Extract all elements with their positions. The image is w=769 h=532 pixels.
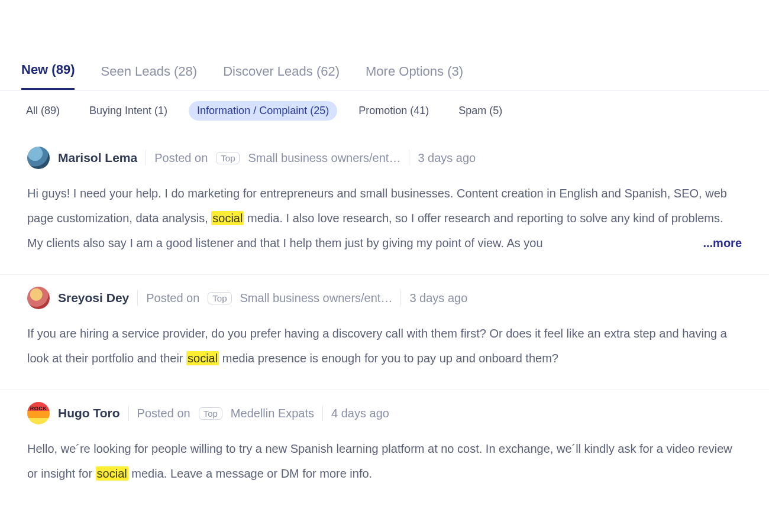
highlight-term: social xyxy=(186,351,219,365)
relative-time: 4 days ago xyxy=(331,407,389,420)
group-name[interactable]: Medellin Expats xyxy=(231,407,314,420)
top-badge: Top xyxy=(208,292,231,304)
filter-all[interactable]: All (89) xyxy=(18,101,68,121)
lead-post: ROCK Hugo Toro Posted on Top Medellin Ex… xyxy=(0,390,769,505)
posted-on-label: Posted on xyxy=(154,151,208,165)
body-text: media. Leave a message or DM for more in… xyxy=(128,467,372,480)
divider xyxy=(400,290,401,306)
divider xyxy=(128,406,129,421)
tab-discover-leads[interactable]: Discover Leads (62) xyxy=(223,64,340,90)
avatar[interactable] xyxy=(27,147,50,169)
divider xyxy=(409,150,409,166)
author-name[interactable]: Sreyosi Dey xyxy=(58,291,129,305)
relative-time: 3 days ago xyxy=(409,291,467,305)
body-text: media presence is enough for you to pay … xyxy=(219,352,558,365)
post-header: ROCK Hugo Toro Posted on Top Medellin Ex… xyxy=(27,402,742,424)
filter-pills: All (89) Buying Intent (1) Information /… xyxy=(0,90,769,135)
avatar[interactable]: ROCK xyxy=(27,402,50,424)
relative-time: 3 days ago xyxy=(418,151,476,165)
divider xyxy=(137,290,138,306)
divider xyxy=(322,406,323,421)
post-body: Hello, we´re looking for people willing … xyxy=(27,436,742,486)
post-header: Sreyosi Dey Posted on Top Small business… xyxy=(27,287,742,309)
tab-seen-leads[interactable]: Seen Leads (28) xyxy=(101,64,197,90)
post-header: Marisol Lema Posted on Top Small busines… xyxy=(27,147,742,169)
avatar-text: ROCK xyxy=(27,406,50,411)
avatar[interactable] xyxy=(27,287,50,309)
post-body: If you are hiring a service provider, do… xyxy=(27,321,742,371)
top-badge: Top xyxy=(216,152,240,164)
more-link[interactable]: ...more xyxy=(691,231,742,255)
author-name[interactable]: Hugo Toro xyxy=(58,406,120,420)
top-badge: Top xyxy=(199,407,222,420)
lead-post: Marisol Lema Posted on Top Small busines… xyxy=(0,135,769,275)
posted-on-label: Posted on xyxy=(137,407,190,420)
filter-information-complaint[interactable]: Information / Complaint (25) xyxy=(189,101,337,121)
posted-on-label: Posted on xyxy=(146,291,199,305)
filter-buying-intent[interactable]: Buying Intent (1) xyxy=(81,101,176,121)
group-name[interactable]: Small business owners/ent… xyxy=(248,151,400,165)
author-name[interactable]: Marisol Lema xyxy=(58,151,137,165)
filter-promotion[interactable]: Promotion (41) xyxy=(350,101,437,121)
tab-new[interactable]: New (89) xyxy=(21,62,75,90)
primary-tabs: New (89) Seen Leads (28) Discover Leads … xyxy=(0,62,769,90)
highlight-term: social xyxy=(96,466,128,481)
group-name[interactable]: Small business owners/ent… xyxy=(240,291,393,305)
tab-more-options[interactable]: More Options (3) xyxy=(366,64,463,90)
post-body: Hi guys! I need your help. I do marketin… xyxy=(27,181,742,255)
filter-spam[interactable]: Spam (5) xyxy=(450,101,510,121)
divider xyxy=(146,150,146,166)
lead-post: Sreyosi Dey Posted on Top Small business… xyxy=(0,275,769,390)
highlight-term: social xyxy=(211,211,244,225)
